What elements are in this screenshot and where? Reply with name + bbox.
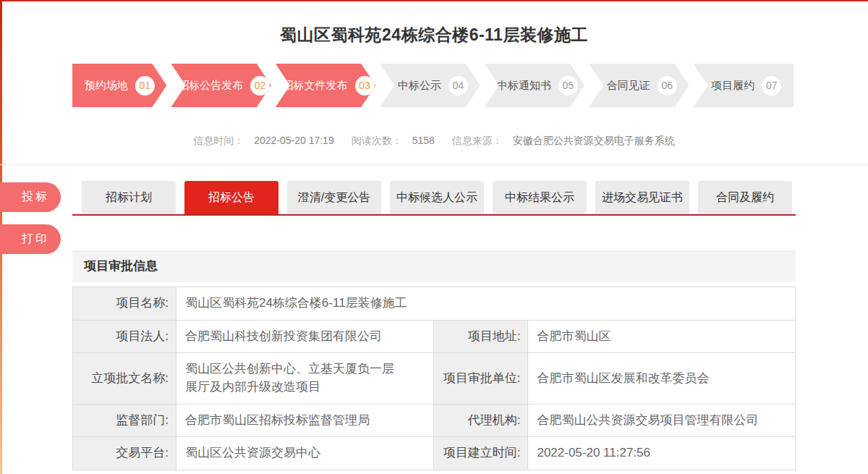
progress-step-number: 03 — [355, 76, 375, 96]
meta-value: 5158 — [412, 135, 435, 146]
meta-label: 信息时间： — [193, 135, 244, 146]
field-value: 蜀山区公共资源交易中心 — [176, 437, 434, 470]
meta-label: 信息来源： — [452, 135, 503, 146]
page-title: 蜀山区蜀科苑24栋综合楼6-11层装修施工 — [0, 24, 868, 46]
progress-step-label: 合同见证 — [607, 79, 650, 93]
tab-5[interactable]: 进场交易见证书 — [595, 181, 689, 215]
progress-step-number: 06 — [658, 76, 677, 96]
progress-step-label: 中标通知书 — [497, 79, 551, 93]
field-value: 蜀山区蜀科苑24栋综合楼6-11层装修施工 — [176, 287, 795, 321]
meta-label: 阅读次数： — [352, 135, 402, 146]
field-label: 代理机构: — [434, 404, 528, 437]
field-value: 合肥市蜀山区发展和改革委员会 — [528, 353, 796, 404]
info-meta-line: 信息时间：2022-05-20 17:19阅读次数：5158信息来源：安徽合肥公… — [0, 135, 868, 148]
field-value: 蜀山区公共创新中心、立基天厦负一层展厅及内部升级改造项目 — [176, 353, 434, 404]
tab-6[interactable]: 合同及履约 — [698, 181, 792, 215]
progress-step-label: 招标文件发布 — [283, 79, 348, 93]
tab-0[interactable]: 招标计划 — [82, 181, 176, 215]
table-row: 交易平台:蜀山区公共资源交易中心项目建立时间:2022-05-20 11:27:… — [73, 437, 796, 470]
progress-step-label: 招标公告发布 — [178, 79, 243, 93]
field-label: 项目地址: — [434, 320, 528, 353]
header-divider — [0, 164, 868, 165]
meta-item: 信息时间：2022-05-20 17:19 — [193, 135, 334, 148]
meta-value: 安徽合肥公共资源交易电子服务系统 — [513, 135, 675, 146]
tab-4[interactable]: 中标结果公示 — [493, 181, 587, 215]
progress-steps-bar: 预约场地01招标公告发布02招标文件发布03中标公示04中标通知书05合同见证0… — [72, 64, 793, 107]
meta-item: 阅读次数：5158 — [352, 135, 435, 148]
field-label: 交易平台: — [73, 437, 176, 470]
progress-step-number: 01 — [135, 76, 155, 96]
field-label: 项目名称: — [73, 287, 176, 321]
bid-button[interactable]: 投标 — [0, 182, 61, 212]
field-label: 项目建立时间: — [434, 437, 528, 470]
progress-step: 中标通知书05 — [485, 64, 584, 107]
approval-table-body: 项目名称:蜀山区蜀科苑24栋综合楼6-11层装修施工项目法人:合肥蜀山科技创新投… — [73, 287, 796, 470]
meta-value: 2022-05-20 17:19 — [254, 135, 334, 146]
tabs-row: 招标计划招标公告澄清/变更公告中标候选人公示中标结果公示进场交易见证书合同及履约 — [82, 181, 801, 215]
progress-step: 中标公示04 — [380, 64, 480, 107]
print-button[interactable]: 打印 — [0, 224, 61, 254]
progress-step-number: 07 — [762, 76, 781, 96]
progress-step-label: 中标公示 — [398, 79, 441, 93]
progress-step-label: 项目履约 — [711, 79, 754, 93]
table-row: 项目名称:蜀山区蜀科苑24栋综合楼6-11层装修施工 — [73, 287, 796, 321]
field-label: 立项批文名称: — [73, 353, 176, 404]
field-label: 项目审批单位: — [434, 353, 528, 404]
table-row: 立项批文名称:蜀山区公共创新中心、立基天厦负一层展厅及内部升级改造项目项目审批单… — [73, 353, 796, 404]
progress-step: 招标公告发布02 — [171, 64, 271, 107]
field-value: 合肥市蜀山区招标投标监督管理局 — [176, 404, 434, 437]
progress-step: 招标文件发布03 — [276, 64, 375, 107]
field-value: 合肥蜀山公共资源交易项目管理有限公司 — [528, 404, 796, 437]
progress-step-number: 05 — [558, 76, 578, 96]
tab-3[interactable]: 中标候选人公示 — [390, 181, 484, 215]
progress-step-number: 02 — [250, 76, 270, 96]
table-row: 项目法人:合肥蜀山科技创新投资集团有限公司项目地址:合肥市蜀山区 — [73, 320, 796, 353]
tabs-underline — [72, 214, 796, 216]
field-value: 合肥市蜀山区 — [528, 320, 796, 353]
meta-item: 信息来源：安徽合肥公共资源交易电子服务系统 — [452, 135, 675, 148]
progress-step: 合同见证06 — [589, 64, 689, 107]
field-value: 合肥蜀山科技创新投资集团有限公司 — [176, 320, 434, 353]
approval-section: 项目审批信息 项目名称:蜀山区蜀科苑24栋综合楼6-11层装修施工项目法人:合肥… — [72, 250, 796, 470]
tab-active[interactable]: 招标公告 — [184, 181, 278, 215]
progress-step-label: 预约场地 — [85, 79, 128, 93]
progress-step: 预约场地01 — [72, 64, 166, 107]
table-row: 监督部门:合肥市蜀山区招标投标监督管理局代理机构:合肥蜀山公共资源交易项目管理有… — [73, 404, 796, 437]
approval-table: 项目名称:蜀山区蜀科苑24栋综合楼6-11层装修施工项目法人:合肥蜀山科技创新投… — [72, 287, 796, 470]
top-edge-line — [0, 0, 868, 1]
field-label: 监督部门: — [73, 404, 176, 437]
tab-2[interactable]: 澄清/变更公告 — [287, 181, 381, 215]
progress-step: 项目履约07 — [694, 64, 793, 107]
progress-step-number: 04 — [448, 76, 468, 96]
field-label: 项目法人: — [73, 320, 176, 353]
section-title: 项目审批信息 — [72, 250, 796, 282]
field-value: 2022-05-20 11:27:56 — [528, 437, 796, 470]
